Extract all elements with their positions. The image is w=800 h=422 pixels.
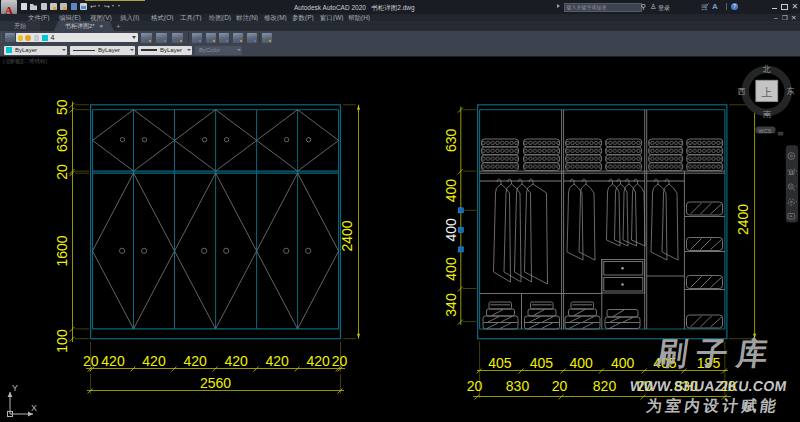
svg-text:420: 420 <box>306 353 330 369</box>
svg-text:20: 20 <box>332 353 348 369</box>
svg-text:北: 北 <box>762 65 771 74</box>
svg-text:X: X <box>31 403 37 413</box>
svg-text:上: 上 <box>761 86 772 98</box>
svg-text:400: 400 <box>570 355 594 371</box>
svg-text:WCS: WCS <box>759 128 772 134</box>
svg-text:南: 南 <box>763 110 772 119</box>
svg-text:630: 630 <box>443 129 459 153</box>
svg-text:50: 50 <box>54 99 70 115</box>
svg-text:820: 820 <box>593 378 617 394</box>
svg-text:西: 西 <box>738 87 746 96</box>
svg-text:405: 405 <box>530 355 554 371</box>
svg-text:630: 630 <box>54 129 70 153</box>
svg-text:1600: 1600 <box>54 235 70 266</box>
svg-text:[-][俯视][二维线框]: [-][俯视][二维线框] <box>3 58 47 65</box>
svg-text:为室内设计赋能: 为室内设计赋能 <box>645 398 780 415</box>
svg-text:400: 400 <box>443 179 459 203</box>
svg-text:Y: Y <box>12 383 18 393</box>
svg-text:20: 20 <box>83 353 99 369</box>
svg-text:405: 405 <box>488 355 512 371</box>
svg-text:20: 20 <box>552 378 568 394</box>
svg-text:420: 420 <box>265 353 289 369</box>
svg-text:20: 20 <box>54 164 70 180</box>
svg-text:420: 420 <box>224 353 248 369</box>
svg-text:420: 420 <box>183 353 207 369</box>
svg-text:830: 830 <box>506 378 530 394</box>
svg-text:420: 420 <box>101 353 125 369</box>
svg-text:2560: 2560 <box>200 375 231 391</box>
svg-text:100: 100 <box>54 329 70 353</box>
svg-text:400: 400 <box>443 257 459 281</box>
svg-text:2400: 2400 <box>339 220 355 251</box>
svg-text:20: 20 <box>467 378 483 394</box>
svg-text:420: 420 <box>142 353 166 369</box>
svg-text:刷子库: 刷子库 <box>653 336 779 371</box>
svg-text:400: 400 <box>443 218 459 242</box>
svg-text:400: 400 <box>611 355 635 371</box>
svg-text:WWW.SHUAZIKU.COM: WWW.SHUAZIKU.COM <box>629 378 788 394</box>
svg-text:东: 东 <box>787 87 795 96</box>
svg-text:340: 340 <box>443 293 459 317</box>
svg-text:2400: 2400 <box>735 204 751 235</box>
